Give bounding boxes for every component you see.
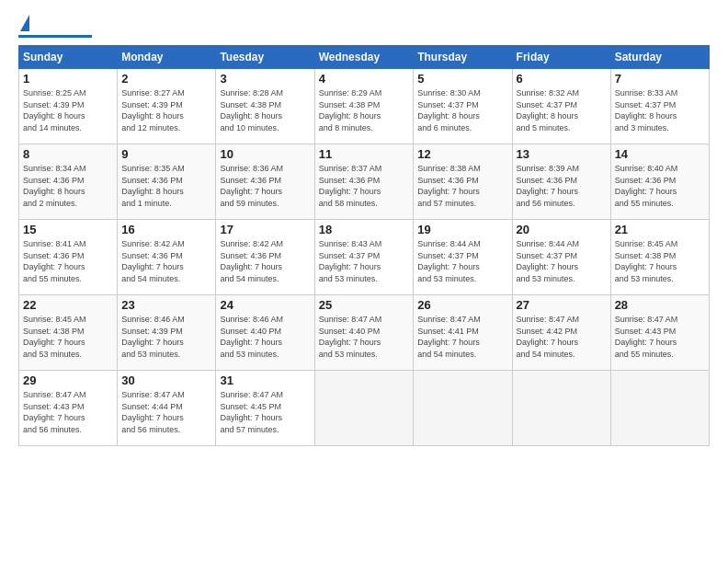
calendar-day-24: 24Sunrise: 8:46 AMSunset: 4:40 PMDayligh… [216, 295, 314, 371]
logo-underline [18, 35, 92, 38]
day-number: 31 [220, 373, 310, 387]
calendar-day-31: 31Sunrise: 8:47 AMSunset: 4:45 PMDayligh… [216, 371, 314, 446]
day-info: Sunrise: 8:28 AMSunset: 4:38 PMDaylight:… [220, 87, 310, 133]
day-info: Sunrise: 8:47 AMSunset: 4:43 PMDaylight:… [615, 314, 705, 360]
day-info: Sunrise: 8:44 AMSunset: 4:37 PMDaylight:… [517, 238, 607, 284]
calendar-day-8: 8Sunrise: 8:34 AMSunset: 4:36 PMDaylight… [19, 144, 118, 220]
calendar-day-20: 20Sunrise: 8:44 AMSunset: 4:37 PMDayligh… [512, 220, 610, 295]
day-number: 3 [220, 72, 310, 86]
day-info: Sunrise: 8:42 AMSunset: 4:36 PMDaylight:… [220, 238, 310, 284]
calendar-day-19: 19Sunrise: 8:44 AMSunset: 4:37 PMDayligh… [414, 220, 512, 295]
day-number: 16 [121, 223, 211, 236]
day-info: Sunrise: 8:27 AMSunset: 4:39 PMDaylight:… [121, 87, 211, 133]
day-info: Sunrise: 8:45 AMSunset: 4:38 PMDaylight:… [23, 314, 113, 360]
day-info: Sunrise: 8:39 AMSunset: 4:36 PMDaylight:… [517, 163, 607, 209]
calendar-day-21: 21Sunrise: 8:45 AMSunset: 4:38 PMDayligh… [610, 220, 709, 295]
weekday-header-monday: Monday [118, 46, 216, 69]
day-info: Sunrise: 8:32 AMSunset: 4:37 PMDaylight:… [517, 87, 607, 133]
day-info: Sunrise: 8:38 AMSunset: 4:36 PMDaylight:… [417, 163, 507, 209]
day-number: 11 [319, 147, 410, 161]
calendar-week-3: 15Sunrise: 8:41 AMSunset: 4:36 PMDayligh… [19, 220, 710, 295]
calendar-day-9: 9Sunrise: 8:35 AMSunset: 4:36 PMDaylight… [118, 144, 216, 220]
calendar-day-empty [512, 371, 610, 446]
calendar-day-1: 1Sunrise: 8:25 AMSunset: 4:39 PMDaylight… [19, 69, 118, 144]
calendar-day-3: 3Sunrise: 8:28 AMSunset: 4:38 PMDaylight… [216, 69, 314, 144]
day-info: Sunrise: 8:29 AMSunset: 4:38 PMDaylight:… [319, 87, 410, 133]
day-number: 24 [220, 298, 310, 312]
weekday-header-thursday: Thursday [414, 46, 512, 69]
calendar-day-6: 6Sunrise: 8:32 AMSunset: 4:37 PMDaylight… [512, 69, 610, 144]
day-info: Sunrise: 8:45 AMSunset: 4:38 PMDaylight:… [615, 238, 705, 284]
day-number: 2 [121, 72, 211, 86]
day-info: Sunrise: 8:35 AMSunset: 4:36 PMDaylight:… [121, 163, 211, 209]
calendar-day-16: 16Sunrise: 8:42 AMSunset: 4:36 PMDayligh… [118, 220, 216, 295]
day-number: 5 [417, 72, 507, 86]
day-info: Sunrise: 8:47 AMSunset: 4:40 PMDaylight:… [319, 314, 410, 360]
calendar-day-12: 12Sunrise: 8:38 AMSunset: 4:36 PMDayligh… [414, 144, 512, 220]
day-number: 9 [121, 147, 211, 161]
day-number: 30 [121, 373, 211, 387]
day-number: 25 [319, 298, 410, 312]
day-number: 13 [517, 147, 607, 161]
logo-text [18, 17, 29, 33]
day-info: Sunrise: 8:47 AMSunset: 4:42 PMDaylight:… [517, 314, 607, 360]
calendar-day-5: 5Sunrise: 8:30 AMSunset: 4:37 PMDaylight… [414, 69, 512, 144]
calendar-day-empty [314, 371, 414, 446]
calendar-day-17: 17Sunrise: 8:42 AMSunset: 4:36 PMDayligh… [216, 220, 314, 295]
day-info: Sunrise: 8:33 AMSunset: 4:37 PMDaylight:… [615, 87, 705, 133]
weekday-header-friday: Friday [512, 46, 610, 69]
day-number: 23 [121, 298, 211, 312]
weekday-header-saturday: Saturday [610, 46, 709, 69]
calendar-day-empty [414, 371, 512, 446]
day-info: Sunrise: 8:34 AMSunset: 4:36 PMDaylight:… [23, 163, 113, 209]
calendar-week-2: 8Sunrise: 8:34 AMSunset: 4:36 PMDaylight… [19, 144, 710, 220]
day-number: 7 [615, 72, 705, 86]
calendar-day-10: 10Sunrise: 8:36 AMSunset: 4:36 PMDayligh… [216, 144, 314, 220]
day-number: 10 [220, 147, 310, 161]
day-number: 12 [417, 147, 507, 161]
day-number: 8 [23, 147, 113, 161]
day-number: 19 [417, 223, 507, 236]
day-number: 14 [615, 147, 705, 161]
calendar-day-26: 26Sunrise: 8:47 AMSunset: 4:41 PMDayligh… [414, 295, 512, 371]
calendar-day-23: 23Sunrise: 8:46 AMSunset: 4:39 PMDayligh… [118, 295, 216, 371]
day-info: Sunrise: 8:47 AMSunset: 4:41 PMDaylight:… [417, 314, 507, 360]
calendar-week-4: 22Sunrise: 8:45 AMSunset: 4:38 PMDayligh… [19, 295, 710, 371]
calendar-week-5: 29Sunrise: 8:47 AMSunset: 4:43 PMDayligh… [19, 371, 710, 446]
calendar-day-11: 11Sunrise: 8:37 AMSunset: 4:36 PMDayligh… [314, 144, 414, 220]
day-info: Sunrise: 8:25 AMSunset: 4:39 PMDaylight:… [23, 87, 113, 133]
calendar-week-1: 1Sunrise: 8:25 AMSunset: 4:39 PMDaylight… [19, 69, 710, 144]
calendar-day-22: 22Sunrise: 8:45 AMSunset: 4:38 PMDayligh… [19, 295, 118, 371]
day-number: 20 [517, 223, 607, 236]
calendar-day-2: 2Sunrise: 8:27 AMSunset: 4:39 PMDaylight… [118, 69, 216, 144]
day-number: 29 [23, 373, 113, 387]
day-info: Sunrise: 8:44 AMSunset: 4:37 PMDaylight:… [417, 238, 507, 284]
page: SundayMondayTuesdayWednesdayThursdayFrid… [0, 0, 728, 563]
day-info: Sunrise: 8:46 AMSunset: 4:39 PMDaylight:… [121, 314, 211, 360]
day-number: 21 [615, 223, 705, 236]
day-info: Sunrise: 8:30 AMSunset: 4:37 PMDaylight:… [417, 87, 507, 133]
weekday-header-tuesday: Tuesday [216, 46, 314, 69]
calendar-day-25: 25Sunrise: 8:47 AMSunset: 4:40 PMDayligh… [314, 295, 414, 371]
day-info: Sunrise: 8:36 AMSunset: 4:36 PMDaylight:… [220, 163, 310, 209]
calendar-table: SundayMondayTuesdayWednesdayThursdayFrid… [18, 45, 710, 446]
day-number: 22 [23, 298, 113, 312]
day-number: 6 [517, 72, 607, 86]
calendar-day-empty [610, 371, 709, 446]
day-info: Sunrise: 8:46 AMSunset: 4:40 PMDaylight:… [220, 314, 310, 360]
calendar-day-28: 28Sunrise: 8:47 AMSunset: 4:43 PMDayligh… [610, 295, 709, 371]
calendar-day-13: 13Sunrise: 8:39 AMSunset: 4:36 PMDayligh… [512, 144, 610, 220]
calendar-day-29: 29Sunrise: 8:47 AMSunset: 4:43 PMDayligh… [19, 371, 118, 446]
calendar-day-15: 15Sunrise: 8:41 AMSunset: 4:36 PMDayligh… [19, 220, 118, 295]
day-info: Sunrise: 8:47 AMSunset: 4:45 PMDaylight:… [220, 389, 310, 435]
calendar-day-27: 27Sunrise: 8:47 AMSunset: 4:42 PMDayligh… [512, 295, 610, 371]
logo [18, 17, 92, 38]
calendar-day-14: 14Sunrise: 8:40 AMSunset: 4:36 PMDayligh… [610, 144, 709, 220]
day-number: 15 [23, 223, 113, 236]
weekday-header-sunday: Sunday [19, 46, 118, 69]
day-number: 27 [517, 298, 607, 312]
calendar-day-18: 18Sunrise: 8:43 AMSunset: 4:37 PMDayligh… [314, 220, 414, 295]
day-info: Sunrise: 8:47 AMSunset: 4:43 PMDaylight:… [23, 389, 113, 435]
day-number: 18 [319, 223, 410, 236]
calendar-header-row: SundayMondayTuesdayWednesdayThursdayFrid… [19, 46, 710, 69]
